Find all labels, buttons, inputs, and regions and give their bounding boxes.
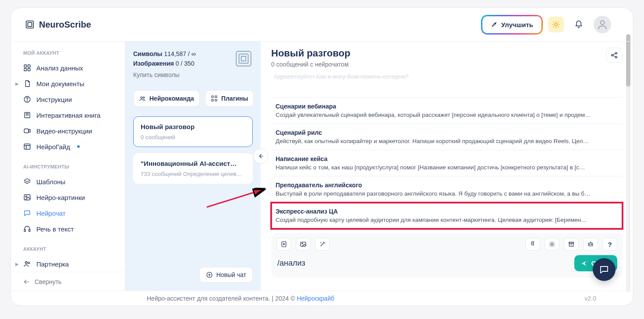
layers-icon: [23, 178, 31, 186]
share-button[interactable]: [606, 48, 623, 63]
svg-rect-12: [24, 129, 28, 133]
svg-rect-27: [212, 99, 213, 101]
new-chat-button[interactable]: Новый чат: [199, 267, 253, 283]
svg-rect-1: [28, 22, 32, 26]
sidebar-item-documents[interactable]: ▶ Мои документы: [11, 76, 125, 91]
sidebar-item-book[interactable]: Интерактивная книга: [11, 107, 125, 123]
sidebar: МОЙ АККАУНТ Анализ данных ▶ Мои документ…: [11, 41, 125, 291]
sidebar-item-neurochat[interactable]: Нейрочат: [11, 205, 125, 221]
sidebar-item-neuroguide[interactable]: НейроГайд: [11, 139, 125, 154]
version-text: v2.0: [585, 295, 596, 302]
tab-neuroteam[interactable]: Нейрокоманда: [133, 90, 200, 107]
logo-mark-icon: [234, 49, 253, 68]
buy-symbols-link[interactable]: Купить символы: [133, 71, 180, 78]
plugins-icon: [211, 95, 218, 102]
svg-rect-0: [26, 21, 34, 28]
template-item-reels[interactable]: Сценарий рилс Действуй, как опытный копи…: [271, 124, 623, 150]
svg-rect-14: [24, 195, 30, 200]
bell-icon: [574, 20, 583, 29]
users-icon: [23, 260, 31, 268]
svg-point-24: [143, 97, 145, 98]
sidebar-item-analytics[interactable]: Анализ данных: [11, 60, 125, 76]
conversation-item[interactable]: Новый разговор 0 сообщений: [133, 116, 253, 147]
avatar[interactable]: [594, 16, 611, 33]
sidebar-item-speech[interactable]: Речь в текст: [11, 221, 125, 237]
sidebar-section-account: МОЙ АККАУНТ: [11, 47, 125, 60]
notifications-button[interactable]: [571, 17, 587, 32]
svg-point-23: [141, 97, 142, 98]
brand[interactable]: NeuroScribe: [25, 20, 91, 30]
layout-icon: [23, 143, 31, 151]
plus-circle-icon: [206, 271, 213, 278]
svg-point-4: [601, 21, 605, 25]
header: NeuroScribe Улучшить: [11, 8, 633, 41]
puzzle-icon: [529, 241, 536, 248]
settings-button[interactable]: [545, 238, 559, 251]
archive-icon: [568, 241, 575, 248]
svg-rect-20: [236, 51, 251, 66]
sidebar-collapse[interactable]: Свернуть: [11, 272, 125, 291]
robot-icon: [587, 241, 594, 248]
upgrade-button[interactable]: Улучшить: [483, 17, 541, 33]
collapse-icon: [23, 278, 30, 285]
svg-point-19: [28, 262, 30, 264]
image-button[interactable]: [296, 238, 311, 251]
caret-icon: ▶: [15, 81, 19, 86]
image-small-icon: [300, 241, 307, 248]
svg-rect-26: [215, 96, 217, 98]
footer: Нейро-ассистент для создателей контента.…: [11, 291, 633, 305]
theme-toggle[interactable]: [548, 17, 564, 32]
svg-rect-6: [28, 65, 30, 67]
panel-collapse-button[interactable]: [253, 149, 268, 164]
sidebar-item-video[interactable]: Видео-инструкции: [11, 123, 125, 139]
template-item-audience-analysis[interactable]: Экспресс-анализ ЦА Создай подробную карт…: [271, 203, 623, 229]
svg-rect-25: [212, 96, 213, 98]
user-icon: [597, 19, 608, 30]
caret-icon: ▶: [15, 262, 19, 266]
book-icon: [23, 111, 31, 119]
template-item-webinar[interactable]: Сценарии вебинара Создай увлекательный с…: [271, 98, 623, 124]
chat-bubble-icon: [599, 264, 609, 275]
help-button[interactable]: ?: [602, 238, 617, 251]
robot-button[interactable]: [583, 238, 598, 251]
magic-button[interactable]: [315, 238, 330, 251]
help-icon: [23, 95, 31, 103]
svg-point-37: [551, 243, 553, 245]
sidebar-item-images[interactable]: Нейро-картинки: [11, 189, 125, 205]
svg-point-18: [25, 262, 28, 264]
composer: ? Отпра: [271, 233, 623, 277]
team-icon: [139, 95, 146, 102]
chat-input[interactable]: [276, 256, 569, 270]
archive-button[interactable]: [564, 238, 579, 251]
sidebar-item-templates[interactable]: Шаблоны: [11, 174, 125, 189]
template-item-case[interactable]: Написание кейса Напиши кейс о том, как н…: [271, 150, 623, 176]
sidebar-section-ai: AI-ИНСТРУМЕНТЫ: [11, 161, 125, 174]
svg-point-36: [302, 243, 303, 244]
app-window: NeuroScribe Улучшить МОЙ АККАУНТ: [11, 8, 633, 305]
svg-rect-17: [29, 230, 30, 232]
sidebar-item-instructions[interactable]: Инструкции: [11, 91, 125, 107]
document-icon: [23, 80, 31, 88]
headphones-icon: [23, 225, 31, 233]
svg-rect-21: [239, 54, 248, 63]
template-item-english[interactable]: Преподаватель английского Выступай в рол…: [271, 176, 623, 203]
sidebar-item-partners[interactable]: ▶ Партнерка: [11, 256, 125, 272]
svg-rect-28: [215, 99, 217, 101]
plugin-button[interactable]: [525, 238, 540, 251]
conversation-item[interactable]: "Инновационный AI-ассист… 733 сообщений …: [133, 153, 253, 184]
attach-button[interactable]: [276, 238, 291, 251]
svg-rect-39: [569, 243, 573, 246]
svg-point-2: [495, 23, 495, 24]
brand-text: NeuroScribe: [39, 20, 91, 30]
support-chat-fab[interactable]: [593, 258, 616, 281]
tab-plugins[interactable]: Плагины: [205, 90, 254, 107]
greeting-text: Здравствуйте! Как я могу Вам помочь сего…: [271, 70, 623, 84]
template-list: Сценарии вебинара Создай увлекательный с…: [271, 97, 623, 229]
rocket-icon: [491, 21, 498, 28]
image-icon: [23, 193, 31, 201]
svg-point-3: [555, 23, 557, 26]
svg-rect-13: [24, 144, 30, 149]
grid-icon: [23, 64, 31, 72]
chat-subtitle: 0 сообщений с нейрочатом: [271, 61, 350, 68]
footer-link[interactable]: Нейроскрайб: [297, 295, 334, 302]
